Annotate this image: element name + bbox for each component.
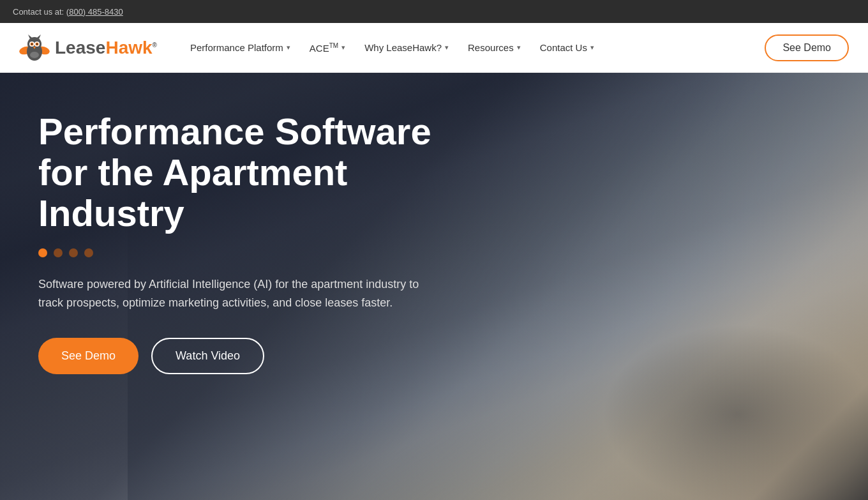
nav-see-demo-button[interactable]: See Demo bbox=[765, 34, 849, 61]
navbar: LeaseHawk® Performance Platform ▾ ACETM … bbox=[0, 23, 868, 73]
svg-point-13 bbox=[30, 52, 39, 58]
hero-watch-video-button[interactable]: Watch Video bbox=[151, 338, 264, 374]
hero-see-demo-button[interactable]: See Demo bbox=[38, 338, 138, 374]
nav-item-why-leasehawk[interactable]: Why LeaseHawk? ▾ bbox=[357, 37, 456, 58]
carousel-dot-3[interactable] bbox=[69, 248, 78, 257]
hero-content: Performance Software for the Apartment I… bbox=[0, 73, 485, 413]
svg-point-11 bbox=[36, 43, 38, 44]
nav-links: Performance Platform ▾ ACETM ▾ Why Lease… bbox=[183, 37, 765, 59]
chevron-down-icon: ▾ bbox=[590, 43, 594, 52]
logo-reg: ® bbox=[153, 41, 157, 48]
top-bar: Contact us at: (800) 485-8430 bbox=[0, 0, 868, 23]
phone-link[interactable]: (800) 485-8430 bbox=[66, 7, 123, 17]
carousel-dot-1[interactable] bbox=[38, 248, 47, 257]
hero-subtitle: Software powered by Artificial Intellige… bbox=[38, 275, 421, 312]
nav-item-performance-platform[interactable]: Performance Platform ▾ bbox=[183, 37, 298, 58]
logo-text-hawk: Hawk bbox=[105, 38, 152, 57]
carousel-dot-4[interactable] bbox=[84, 248, 93, 257]
hero-buttons: See Demo Watch Video bbox=[38, 338, 447, 374]
hero-title: Performance Software for the Apartment I… bbox=[38, 111, 447, 233]
nav-item-contact-us[interactable]: Contact Us ▾ bbox=[532, 37, 602, 58]
chevron-down-icon: ▾ bbox=[445, 43, 449, 52]
nav-item-ace[interactable]: ACETM ▾ bbox=[302, 37, 353, 59]
logo[interactable]: LeaseHawk® bbox=[19, 33, 157, 63]
nav-item-resources[interactable]: Resources ▾ bbox=[460, 37, 528, 58]
logo-icon bbox=[19, 33, 50, 63]
logo-text-lease: Lease bbox=[55, 38, 105, 57]
hero-carousel-dots bbox=[38, 248, 447, 257]
chevron-down-icon: ▾ bbox=[517, 43, 521, 52]
carousel-dot-2[interactable] bbox=[54, 248, 63, 257]
chevron-down-icon: ▾ bbox=[341, 43, 345, 52]
svg-point-10 bbox=[31, 43, 33, 44]
contact-prefix: Contact us at: bbox=[13, 7, 64, 17]
hero-section: Performance Software for the Apartment I… bbox=[0, 73, 868, 500]
chevron-down-icon: ▾ bbox=[287, 43, 290, 52]
